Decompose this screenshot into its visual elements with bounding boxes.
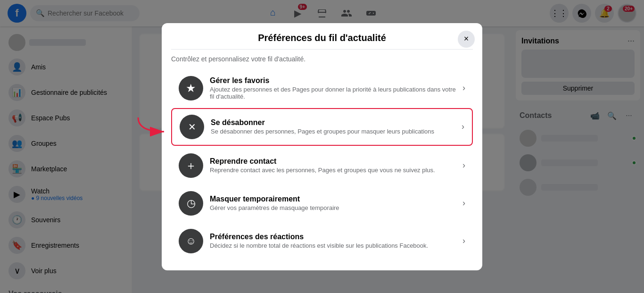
reactions-chevron-icon: › [462, 236, 465, 246]
masquer-text: Masquer temporairement Gérer vos paramèt… [210, 195, 456, 211]
reprendre-text: Reprendre contact Reprendre contact avec… [210, 157, 456, 174]
reactions-desc: Décidez si le nombre total de réactions … [210, 242, 456, 249]
desabonner-text: Se désabonner Se désabonner des personne… [211, 118, 455, 135]
reprendre-desc: Reprendre contact avec les personnes, Pa… [210, 167, 456, 174]
desabonner-icon: ✕ [180, 115, 204, 139]
masquer-chevron-icon: › [462, 198, 465, 208]
favoris-desc: Ajoutez des personnes et des Pages pour … [210, 86, 456, 100]
favoris-text: Gérer les favoris Ajoutez des personnes … [210, 76, 456, 100]
favoris-title: Gérer les favoris [210, 76, 456, 85]
reactions-icon: ☺ [179, 229, 203, 253]
menu-item-favoris[interactable]: ★ Gérer les favoris Ajoutez des personne… [171, 70, 473, 106]
modal-close-button[interactable]: × [458, 31, 475, 48]
reprendre-title: Reprendre contact [210, 157, 456, 166]
red-arrow [133, 113, 171, 136]
masquer-title: Masquer temporairement [210, 195, 456, 203]
reactions-title: Préférences des réactions [210, 233, 456, 241]
menu-item-reprendre[interactable]: ＋ Reprendre contact Reprendre contact av… [171, 148, 473, 184]
modal-overlay[interactable]: Préférences du fil d'actualité × Contrôl… [0, 0, 644, 293]
masquer-desc: Gérer vos paramètres de masquage tempora… [210, 204, 456, 211]
favoris-chevron-icon: › [462, 83, 465, 93]
menu-item-reactions[interactable]: ☺ Préférences des réactions Décidez si l… [171, 223, 473, 259]
reprendre-chevron-icon: › [462, 160, 465, 170]
menu-item-desabonner[interactable]: ✕ Se désabonner Se désabonner des person… [171, 108, 473, 146]
modal-subtitle: Contrôlez et personnalisez votre fil d'a… [171, 55, 473, 63]
masquer-icon: ◷ [179, 191, 203, 216]
modal-header: Préférences du fil d'actualité [171, 33, 473, 50]
news-feed-preferences-modal: Préférences du fil d'actualité × Contrôl… [162, 23, 482, 270]
reactions-text: Préférences des réactions Décidez si le … [210, 233, 456, 249]
reprendre-icon: ＋ [179, 153, 203, 178]
desabonner-wrapper: ✕ Se désabonner Se désabonner des person… [171, 108, 473, 146]
menu-item-masquer[interactable]: ◷ Masquer temporairement Gérer vos param… [171, 185, 473, 221]
desabonner-title: Se désabonner [211, 118, 455, 127]
favoris-icon: ★ [179, 76, 203, 100]
modal-title: Préférences du fil d'actualité [171, 33, 473, 43]
desabonner-desc: Se désabonner des personnes, Pages et gr… [211, 128, 455, 135]
desabonner-chevron-icon: › [462, 122, 464, 132]
